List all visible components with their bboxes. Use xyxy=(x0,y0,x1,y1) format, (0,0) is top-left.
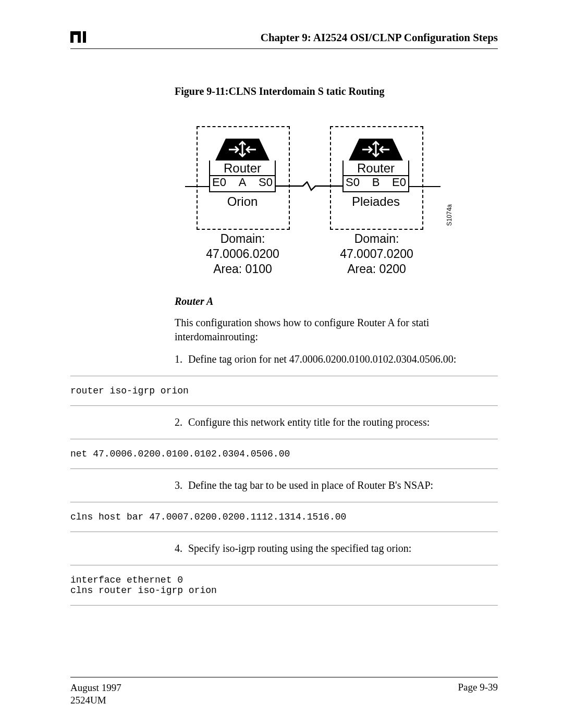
network-name: Pleiades xyxy=(342,194,409,209)
figure-diagram: Router E0 A S0 Orion xyxy=(185,126,446,277)
page: Chapter 9: AI2524 OSI/CLNP Configuration… xyxy=(0,0,563,728)
section-heading: Router A xyxy=(175,295,498,307)
footer-doc: 2524UM xyxy=(70,695,106,706)
domain-text-b: Domain: 47.0007.0200 Area: 0200 xyxy=(318,231,435,276)
step-2: 2. Configure this network entity title f… xyxy=(175,415,498,429)
router-name: Router xyxy=(344,162,408,175)
area-label: Area: 0200 xyxy=(318,262,435,277)
code-block-4: interface ethernet 0 clns router iso-igr… xyxy=(70,565,498,606)
router-b: Router S0 B E0 Pleiades xyxy=(342,135,409,209)
router-label: Router E0 A S0 xyxy=(209,161,276,192)
domain-text-a: Domain: 47.0006.0200 Area: 0100 xyxy=(184,231,301,276)
svg-rect-1 xyxy=(74,35,78,43)
port-left: E0 xyxy=(212,176,226,189)
chapter-title: Chapter 9: AI2524 OSI/CLNP Configuration… xyxy=(261,31,498,44)
code-block-3: clns host bar 47.0007.0200.0200.1112.131… xyxy=(70,502,498,532)
port-right: E0 xyxy=(392,176,406,189)
step-1: 1. Define tag orion for net 47.0006.0200… xyxy=(175,352,498,366)
figure-id: S1074a xyxy=(446,204,453,226)
domain-label: Domain: 47.0007.0200 xyxy=(318,231,435,262)
area-label: Area: 0100 xyxy=(184,262,301,277)
figure-caption: Figure 9-11:CLNS Interdomain S tatic Rou… xyxy=(175,85,498,97)
step-4: 4. Specify iso-igrp routing using the sp… xyxy=(175,541,498,556)
logo-icon xyxy=(70,31,92,43)
domain-label: Domain: 47.0006.0200 xyxy=(184,231,301,262)
router-id: B xyxy=(372,176,380,189)
router-id: A xyxy=(239,176,247,189)
footer-left: August 1997 2524UM xyxy=(70,682,121,707)
content-area: Figure 9-11:CLNS Interdomain S tatic Rou… xyxy=(175,85,498,606)
code-block-1: router iso-igrp orion xyxy=(70,376,498,406)
page-footer: August 1997 2524UM Page 9-39 xyxy=(70,677,498,707)
router-label: Router S0 B E0 xyxy=(342,161,409,192)
port-right: S0 xyxy=(259,176,273,189)
router-icon xyxy=(211,135,274,161)
intro-text: This configuration shows how to configur… xyxy=(175,316,498,344)
router-icon xyxy=(345,135,407,161)
page-header: Chapter 9: AI2524 OSI/CLNP Configuration… xyxy=(70,31,498,49)
footer-date: August 1997 xyxy=(70,682,121,693)
port-left: S0 xyxy=(346,176,360,189)
router-a: Router E0 A S0 Orion xyxy=(209,135,276,209)
network-name: Orion xyxy=(209,194,276,209)
router-name: Router xyxy=(210,162,275,175)
svg-rect-2 xyxy=(83,31,86,43)
footer-page: Page 9-39 xyxy=(458,682,498,707)
step-3: 3. Define the tag bar to be used in plac… xyxy=(175,478,498,492)
code-block-2: net 47.0006.0200.0100.0102.0304.0506.00 xyxy=(70,439,498,469)
